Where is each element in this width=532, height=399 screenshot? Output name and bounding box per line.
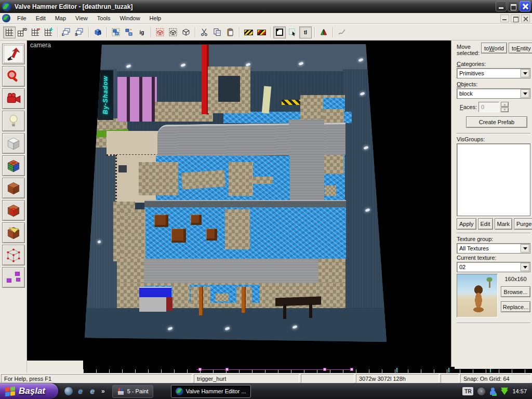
menu-map[interactable]: Map [50, 14, 71, 23]
map-table-pole [242, 287, 246, 313]
hide-icons-chevron-icon[interactable]: ‹ [477, 388, 485, 395]
hide-selected-button[interactable] [154, 26, 166, 38]
path-node [323, 368, 326, 371]
save-window-state-button[interactable]: S [73, 26, 86, 38]
texture-lock-toggle-button[interactable]: tl [299, 26, 312, 38]
spinner-down-icon[interactable]: ▼ [501, 108, 509, 113]
status-empty-cell [301, 374, 354, 383]
mdi-restore-button[interactable] [511, 15, 520, 22]
copy-button[interactable] [211, 26, 223, 38]
restore-button[interactable] [508, 1, 518, 11]
select-touching-mode-button[interactable] [286, 26, 299, 38]
messenger-icon[interactable] [489, 388, 497, 395]
dropdown-arrow-icon[interactable] [521, 69, 529, 77]
objects-dropdown[interactable]: block [457, 88, 530, 99]
entity-tool-button[interactable] [2, 111, 25, 131]
to-world-button[interactable]: toWorld [481, 43, 507, 54]
replace-button[interactable]: Replace... [501, 301, 530, 312]
faces-spinner[interactable]: ▲▼ [501, 102, 509, 112]
quicklaunch-desktop-icon[interactable] [64, 387, 73, 395]
visgroup-purge-button[interactable]: Purge [514, 218, 532, 230]
menu-help[interactable]: Help [145, 14, 166, 23]
quicklaunch-ie-icon[interactable]: e [76, 387, 85, 395]
map-small-block [325, 185, 336, 196]
apply-decals-tool-button[interactable] [2, 200, 25, 221]
texture-group-dropdown[interactable]: All Textures [457, 243, 530, 254]
ungroup-button[interactable] [123, 26, 135, 38]
camera-3d-viewport[interactable]: By-Shadow [27, 41, 451, 367]
menu-tools[interactable]: Tools [92, 14, 115, 23]
language-indicator[interactable]: TR [462, 387, 473, 395]
menu-edit[interactable]: Edit [31, 14, 50, 23]
map-frame-hole [218, 76, 240, 102]
visgroup-edit-button[interactable]: Edit [478, 218, 493, 230]
squiggle-tool-button[interactable] [336, 26, 348, 38]
map-wooden-crate [154, 215, 168, 227]
quicklaunch-ie2-icon[interactable]: e [88, 387, 97, 395]
grid-smaller-button[interactable] [29, 26, 42, 38]
cordon-edit-button[interactable] [242, 26, 255, 38]
grid-3d-toggle-button[interactable]: 3D [16, 26, 29, 38]
apply-texture-tool-button[interactable] [2, 178, 25, 198]
visgroups-listbox[interactable] [457, 143, 530, 216]
menu-file[interactable]: File [12, 14, 31, 23]
to-entity-button[interactable]: toEntity [509, 43, 532, 54]
menu-window[interactable]: Window [115, 14, 144, 23]
grid-larger-button[interactable] [42, 26, 55, 38]
clipping-tool-button[interactable] [2, 222, 25, 243]
load-window-state-button[interactable]: L [60, 26, 73, 38]
current-texture-dropdown[interactable]: 02 [457, 262, 530, 272]
mdi-close-button[interactable] [521, 15, 530, 22]
block-tool-button[interactable] [2, 133, 25, 154]
paste-button[interactable] [224, 26, 236, 38]
task-paint-button[interactable]: 5 - Paint [112, 385, 153, 398]
close-button[interactable] [520, 1, 530, 11]
texture-application-tool-button[interactable] [2, 155, 25, 176]
group-button[interactable] [110, 26, 122, 38]
create-prefab-button[interactable]: Create Prefab [466, 116, 527, 128]
taskbar: Başlat e e » 5 - Paint Valve Hammer Edit… [0, 383, 532, 399]
select-box-mode-button[interactable] [273, 26, 286, 38]
magnify-tool-button[interactable] [2, 66, 25, 87]
menu-view[interactable]: View [71, 14, 92, 23]
divider [457, 133, 530, 134]
task-hammer-button[interactable]: Valve Hammer Editor ... [171, 385, 251, 398]
view-splitter[interactable] [451, 41, 455, 367]
visgroups-label: VisGroups: [457, 136, 530, 142]
visgroup-apply-button[interactable]: Apply [457, 218, 476, 230]
cordon-toggle-button[interactable] [255, 26, 268, 38]
quicklaunch-overflow-chevron[interactable]: » [101, 388, 105, 395]
move-selected-label: Move selected: [457, 44, 480, 56]
spinner-up-icon[interactable]: ▲ [501, 102, 509, 107]
selection-tool-button[interactable] [2, 44, 25, 64]
map-hazard-strip [282, 100, 300, 105]
browse-button[interactable]: Browse... [501, 286, 530, 297]
cut-button[interactable] [198, 26, 210, 38]
mdi-minimize-button[interactable] [500, 15, 509, 22]
dropdown-arrow-icon[interactable] [521, 263, 529, 271]
path-tool-button[interactable] [2, 267, 25, 288]
visgroup-mark-button[interactable]: Mark [495, 218, 512, 230]
start-button[interactable]: Başlat [0, 383, 58, 399]
current-texture-label: Current texture: [457, 255, 530, 261]
hide-unselected-button[interactable] [167, 26, 179, 38]
vertex-tool-button[interactable] [2, 245, 25, 265]
map-right-wall [343, 69, 388, 342]
brick-cube-icon [5, 181, 22, 195]
ignore-groups-toggle-button[interactable]: ig [136, 26, 148, 38]
map-platform [139, 162, 178, 195]
minimize-button[interactable] [496, 1, 507, 11]
categories-label: Categories: [457, 61, 530, 67]
download-arrow-icon[interactable] [501, 390, 508, 395]
green-red-faces-button[interactable] [317, 26, 330, 38]
show-hidden-button[interactable] [180, 26, 192, 38]
map-dark-table-top [275, 296, 321, 306]
dropdown-arrow-icon[interactable] [521, 244, 529, 252]
map-small-block [216, 294, 229, 301]
dropdown-arrow-icon[interactable] [521, 89, 529, 98]
camera-tool-button[interactable] [2, 88, 25, 109]
categories-dropdown[interactable]: Primitives [457, 68, 530, 78]
carve-button[interactable] [91, 26, 104, 38]
faces-input[interactable]: 0 [478, 102, 499, 112]
grid-toggle-button[interactable] [3, 26, 16, 38]
